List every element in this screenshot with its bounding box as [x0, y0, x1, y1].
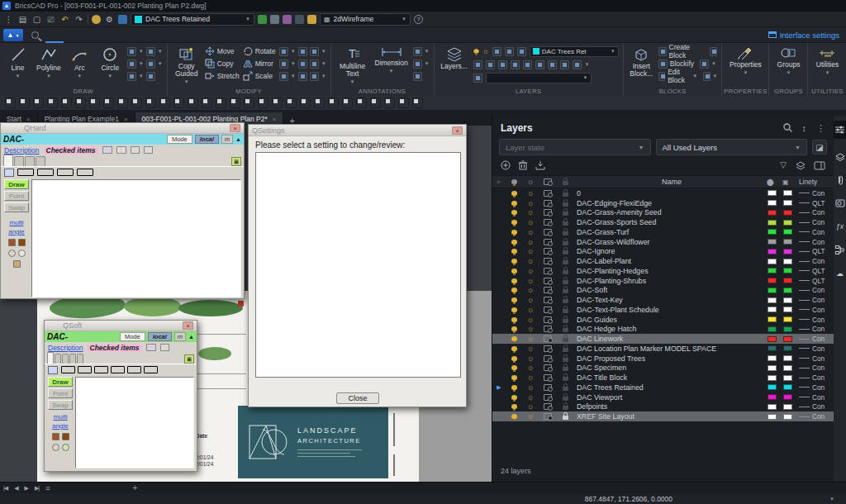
pot-icon[interactable] — [52, 444, 59, 451]
layer-freeze-icon[interactable] — [498, 60, 507, 69]
mode-local-button[interactable]: local — [195, 135, 219, 144]
close-icon[interactable]: × — [452, 126, 463, 135]
layer-color-swatch[interactable] — [768, 384, 777, 390]
soft-style-chip[interactable] — [111, 366, 125, 373]
layer-viewport-icon[interactable] — [539, 413, 557, 420]
layer-on-icon[interactable] — [506, 326, 522, 331]
qhard-tab[interactable] — [14, 156, 24, 166]
layer-row[interactable]: ▶ ☼ DAC-Grass-Sports Seed Con — [492, 217, 834, 227]
layer-vpcolor-swatch[interactable] — [783, 220, 792, 226]
layer-vpcolor-swatch[interactable] — [783, 365, 792, 371]
qscape-tool-icon[interactable] — [75, 97, 86, 108]
layer-on-icon[interactable] — [506, 336, 522, 341]
layer-lock-icon[interactable] — [557, 345, 573, 352]
tree-tool-icon[interactable] — [258, 15, 267, 24]
layer-freeze-icon[interactable]: ☼ — [522, 383, 539, 392]
layer-lock-icon[interactable] — [557, 239, 573, 245]
layer-vpcolor-swatch[interactable] — [783, 278, 792, 283]
layer-lockall-icon[interactable] — [523, 60, 532, 69]
layer-row[interactable]: ▶ ☼ DAC-Text-Key Con — [492, 295, 834, 305]
layer-row[interactable]: ▶ ☼ DAC-Text-Plant Schedule Con — [492, 305, 834, 315]
qsettings-list[interactable] — [255, 152, 461, 378]
qhard-tab[interactable] — [25, 156, 35, 166]
layer-linetype[interactable]: Con — [812, 218, 834, 226]
expand-tool-icon[interactable] — [160, 344, 169, 351]
layer-color-swatch[interactable] — [768, 345, 777, 351]
close-icon[interactable]: × — [230, 124, 240, 132]
next-layout-icon[interactable]: ▶ — [21, 485, 31, 492]
copy-button[interactable]: Copy — [205, 58, 240, 69]
qscape-tool-icon[interactable] — [103, 97, 114, 108]
layer-linetype[interactable]: Con — [812, 238, 834, 246]
qscape-tool-icon[interactable] — [370, 97, 381, 108]
qscape-tool-icon[interactable] — [173, 97, 184, 108]
angle-link[interactable]: angle — [8, 228, 25, 235]
layer-color-swatch[interactable] — [768, 394, 777, 400]
create-block-button[interactable]: Create Block — [658, 45, 718, 57]
layer-row[interactable]: ▶ ☼ DAC-Edging-FlexiEdge QLT — [492, 198, 834, 208]
edit-block-button[interactable]: Edit Block▼▼ — [658, 70, 718, 82]
layer-lock-icon[interactable] — [557, 374, 573, 381]
hatch-sample2-icon[interactable] — [62, 433, 69, 440]
plot-icon[interactable]: ⎚ — [45, 12, 56, 26]
layer-row[interactable]: ▶ ☼ DAC-Ignore QLT — [492, 247, 834, 257]
layer-color-swatch[interactable] — [768, 355, 777, 361]
viewport-icon[interactable] — [118, 15, 127, 24]
draw-button[interactable]: Draw — [4, 179, 29, 189]
layer-viewport-icon[interactable] — [539, 307, 557, 313]
qscape-tool-icon[interactable] — [230, 97, 240, 108]
layer-color-swatch[interactable] — [768, 404, 777, 410]
layer-color-swatch[interactable] — [768, 268, 777, 273]
layers-column-headers[interactable]: ▹ ☼ Name ⬤ ▣ Linety — [492, 175, 834, 188]
new-layout-button[interactable]: + — [127, 483, 142, 492]
layer-viewport-icon[interactable] — [539, 326, 557, 332]
layer-color-swatch[interactable] — [768, 288, 777, 293]
layer-freeze-icon[interactable]: ☼ — [522, 306, 539, 314]
layer-linetype[interactable]: Con — [812, 228, 834, 236]
qhard-tab[interactable] — [36, 156, 45, 166]
annotation-style-icon[interactable] — [413, 59, 422, 69]
layer-linetype[interactable]: Con — [812, 286, 834, 294]
layer-on-icon[interactable] — [506, 269, 522, 273]
qscape-tool-icon[interactable] — [244, 97, 254, 108]
hatch-style-chip[interactable] — [17, 169, 34, 176]
collapse-icon[interactable]: ▲ — [235, 136, 241, 142]
point-button[interactable]: Point — [4, 191, 29, 201]
layer-linetype[interactable]: Con — [812, 296, 834, 304]
layer-viewport-icon[interactable] — [539, 200, 557, 207]
layer-lock-icon[interactable] — [557, 335, 573, 342]
layer-row[interactable]: ▶ ☼ DAC-Soft Con — [492, 286, 834, 296]
layer-color-swatch[interactable] — [768, 278, 777, 283]
layer-color-swatch[interactable] — [768, 249, 777, 254]
layer-lock-icon[interactable] — [557, 297, 573, 303]
layer-row[interactable]: ▶ ☼ DAC-Planting-Hedges QLT — [492, 266, 834, 276]
layer-color-swatch[interactable] — [768, 190, 777, 196]
detail-toggle-icon[interactable] — [4, 169, 14, 177]
description-link[interactable]: Description — [4, 146, 40, 155]
layer-color-swatch[interactable] — [768, 375, 777, 381]
break-tool-icon[interactable] — [310, 59, 319, 69]
layer-row[interactable]: ▶ ☼ DAC Hedge Hatch Con — [492, 325, 834, 335]
layer-color-swatch[interactable] — [768, 297, 777, 303]
current-layer-dropdown[interactable]: DAC Trees Retained ▼ — [131, 13, 254, 26]
hatch-style-chip[interactable] — [77, 169, 93, 176]
layer-vpcolor-swatch[interactable] — [783, 414, 792, 420]
layer-freeze-icon[interactable]: ☼ — [522, 296, 539, 304]
layer-color-swatch[interactable] — [768, 307, 777, 312]
layer-viewport-icon[interactable] — [539, 229, 557, 235]
layer-on-icon[interactable] — [506, 317, 522, 322]
layer-linetype[interactable]: Con — [812, 373, 834, 382]
structure-panel-icon[interactable] — [834, 245, 846, 254]
layer-color-swatch[interactable] — [768, 229, 777, 235]
copy-guided-button[interactable]: Copy Guided▼ — [172, 45, 202, 85]
qscape-tool-icon[interactable] — [5, 97, 16, 108]
layer-row[interactable]: ▶ ☼ DAC Guides Con — [492, 315, 834, 325]
layer-thaw-icon[interactable]: ☼ — [482, 47, 489, 55]
stretch-button[interactable]: Stretch — [205, 70, 240, 82]
qscape-tool-icon[interactable] — [131, 97, 142, 108]
layer-on-icon[interactable] — [506, 278, 522, 283]
layer-freeze-icon[interactable]: ☼ — [522, 393, 539, 402]
soft-style-chip[interactable] — [144, 366, 158, 373]
trim-tool-icon[interactable] — [279, 47, 288, 56]
layer-on-icon[interactable] — [506, 259, 522, 264]
